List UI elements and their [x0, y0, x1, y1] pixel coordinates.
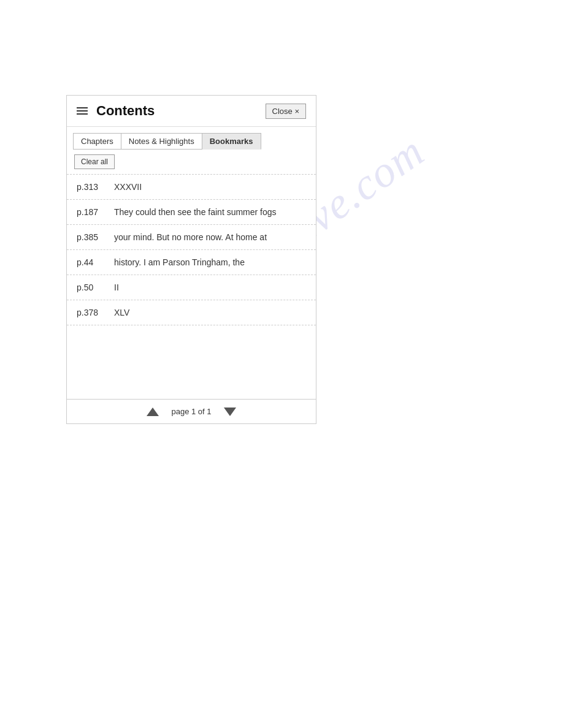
bookmark-list: p.313 XXXVII p.187 They could then see t…: [67, 175, 316, 399]
bookmark-page: p.44: [77, 257, 104, 267]
bookmark-text: XLV: [114, 308, 129, 317]
bookmark-text: II: [114, 282, 119, 292]
panel-footer: page 1 of 1: [67, 399, 316, 423]
page-info: page 1 of 1: [171, 407, 211, 416]
bookmark-page: p.313: [77, 182, 104, 192]
bookmark-page: p.378: [77, 308, 104, 317]
table-row[interactable]: p.44 history. I am Parson Tringham, the: [67, 250, 316, 275]
tabs-row: Chapters Notes & Highlights Bookmarks: [67, 127, 316, 150]
tab-chapters[interactable]: Chapters: [73, 133, 121, 150]
panel-title: Contents: [96, 103, 155, 119]
contents-panel: Contents Close × Chapters Notes & Highli…: [66, 95, 316, 424]
table-row[interactable]: p.378 XLV: [67, 300, 316, 325]
table-row[interactable]: p.313 XXXVII: [67, 175, 316, 200]
table-row[interactable]: p.385 your mind. But no more now. At hom…: [67, 225, 316, 250]
clear-row: Clear all: [67, 150, 316, 175]
prev-page-button[interactable]: [147, 408, 159, 416]
empty-space: [67, 325, 316, 399]
bookmark-page: p.187: [77, 207, 104, 217]
table-row[interactable]: p.187 They could then see the faint summ…: [67, 200, 316, 225]
bookmark-text: XXXVII: [114, 182, 142, 192]
hamburger-icon: [77, 107, 88, 115]
bookmark-page: p.50: [77, 282, 104, 292]
panel-header: Contents Close ×: [67, 96, 316, 127]
bookmark-text: They could then see the faint summer fog…: [114, 207, 277, 217]
clear-all-button[interactable]: Clear all: [74, 154, 115, 169]
tab-bookmarks[interactable]: Bookmarks: [202, 133, 261, 150]
close-button[interactable]: Close ×: [266, 104, 306, 119]
bookmark-text: history. I am Parson Tringham, the: [114, 257, 245, 267]
panel-title-group: Contents: [77, 103, 155, 119]
next-page-button[interactable]: [224, 408, 236, 416]
bookmark-page: p.385: [77, 232, 104, 242]
bookmark-text: your mind. But no more now. At home at: [114, 232, 267, 242]
tab-notes-highlights[interactable]: Notes & Highlights: [121, 133, 202, 150]
table-row[interactable]: p.50 II: [67, 275, 316, 300]
